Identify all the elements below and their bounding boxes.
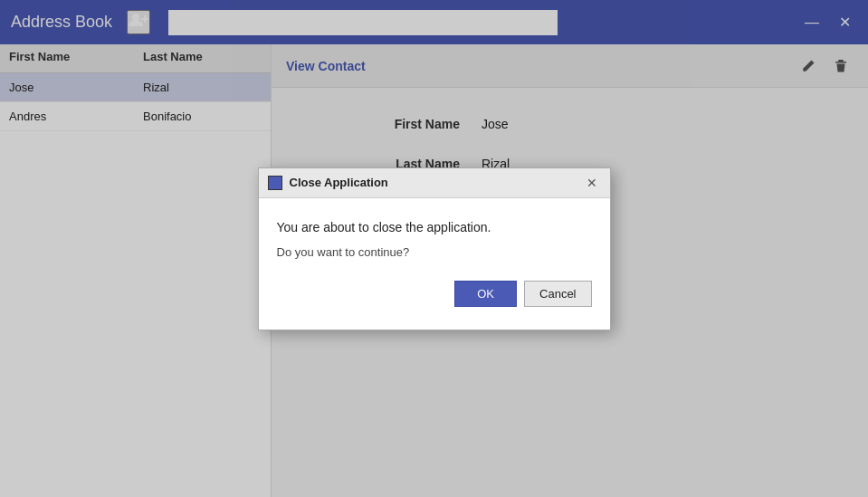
ok-button[interactable]: OK — [454, 281, 517, 307]
modal-title: Close Application — [290, 176, 388, 189]
modal-body: You are about to close the application. … — [259, 198, 610, 321]
modal-sub-text: Do you want to continue? — [277, 245, 592, 259]
modal-main-text: You are about to close the application. — [277, 220, 592, 234]
modal-overlay: Close Application ✕ You are about to clo… — [0, 0, 868, 497]
modal-title-bar: Close Application ✕ — [259, 168, 610, 198]
cancel-button[interactable]: Cancel — [524, 281, 591, 307]
modal-buttons: OK Cancel — [277, 281, 592, 307]
modal-title-left: Close Application — [268, 176, 388, 190]
close-application-dialog: Close Application ✕ You are about to clo… — [258, 167, 611, 330]
modal-close-button[interactable]: ✕ — [583, 174, 601, 192]
modal-app-icon — [268, 176, 282, 190]
